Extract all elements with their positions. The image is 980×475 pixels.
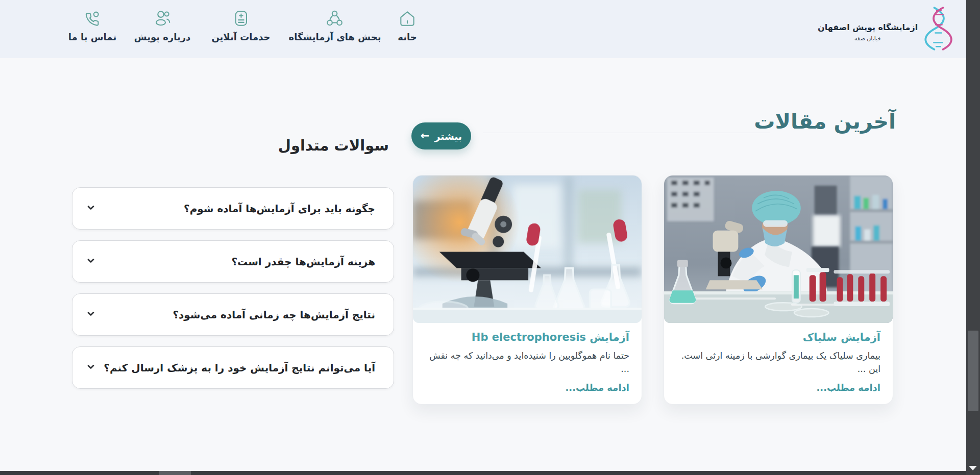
- scroll-down-arrow-icon[interactable]: [969, 466, 977, 470]
- nav-label-about: درباره پویش: [134, 32, 191, 42]
- chevron-down-icon: [86, 362, 96, 374]
- site-logo[interactable]: ازمایشگاه پویش اصفهان خیابان صفه: [818, 5, 958, 53]
- nav-item-home[interactable]: خانه: [398, 9, 417, 42]
- home-icon: [398, 9, 417, 28]
- top-navbar: خانه بخش های آزمایشگاه خدمات آنلاین دربا…: [0, 0, 966, 58]
- nav-label-online-services: خدمات آنلاین: [211, 32, 270, 42]
- article-title[interactable]: آزمایش Hb electrophoresis: [425, 331, 629, 343]
- microscope-flasks-photo[interactable]: [413, 176, 642, 323]
- article-title[interactable]: آزمایش سلیاک: [676, 331, 880, 343]
- arrow-left-icon: ←: [421, 131, 430, 141]
- vertical-scrollbar-thumb[interactable]: [968, 331, 978, 411]
- lab-technician-photo[interactable]: [664, 176, 893, 323]
- faq-item-preparation[interactable]: چگونه باید برای آزمایش‌ها آماده شوم؟: [72, 187, 394, 230]
- section-divider: [483, 133, 770, 133]
- more-articles-button[interactable]: بیشتر ←: [411, 122, 471, 149]
- article-card-celiac: آزمایش سلیاک بیماری سلیاک یک بیماری گوار…: [664, 175, 893, 405]
- faq-question: چگونه باید برای آزمایش‌ها آماده شوم؟: [96, 203, 375, 215]
- nav-item-contact[interactable]: تماس با ما: [68, 9, 116, 42]
- faq-question: هزینه آزمایش‌ها چقدر است؟: [96, 256, 375, 268]
- article-excerpt: حتما نام هموگلوبین را شنیده‌اید و می‌دان…: [425, 349, 629, 376]
- faq-item-cost[interactable]: هزینه آزمایش‌ها چقدر است؟: [72, 240, 394, 283]
- article-card-hb-electrophoresis: آزمایش Hb electrophoresis حتما نام هموگل…: [412, 175, 642, 405]
- chevron-down-icon: [86, 256, 96, 268]
- nav-label-home: خانه: [398, 32, 416, 42]
- phone-icon: [83, 9, 102, 28]
- chevron-down-icon: [86, 309, 96, 321]
- nav-label-lab-departments: بخش های آزمایشگاه: [289, 32, 381, 42]
- faq-item-send-to-doctor[interactable]: آیا می‌توانم نتایج آزمایش خود را به پزشک…: [72, 346, 394, 389]
- read-more-link[interactable]: ادامه مطلب...: [566, 382, 630, 393]
- vertical-scrollbar[interactable]: [966, 0, 980, 475]
- read-more-link[interactable]: ادامه مطلب...: [817, 382, 881, 393]
- articles-section-title: آخرین مقالات: [754, 109, 896, 134]
- logo-title: ازمایشگاه پویش اصفهان: [818, 22, 918, 32]
- horizontal-scrollbar-thumb[interactable]: [159, 471, 191, 475]
- about-people-icon: [153, 9, 172, 28]
- logo-subtitle: خیابان صفه: [818, 35, 918, 42]
- nav-item-online-services[interactable]: خدمات آنلاین: [211, 9, 270, 42]
- faq-question: نتایج آزمایش‌ها چه زمانی آماده می‌شود؟: [96, 309, 375, 321]
- dna-helix-icon: [919, 5, 958, 53]
- article-excerpt: بیماری سلیاک یک بیماری گوارشی با زمینه ا…: [676, 349, 880, 376]
- faq-section-title: سوالات متداول: [278, 137, 389, 154]
- horizontal-scrollbar[interactable]: [0, 471, 966, 475]
- faq-question: آیا می‌توانم نتایج آزمایش خود را به پزشک…: [96, 362, 375, 374]
- nav-item-lab-departments[interactable]: بخش های آزمایشگاه: [289, 9, 381, 42]
- more-button-label: بیشتر: [434, 131, 462, 142]
- nav-label-contact: تماس با ما: [68, 32, 116, 42]
- online-services-icon: [231, 9, 251, 28]
- nav-item-about[interactable]: درباره پویش: [134, 9, 191, 42]
- chevron-down-icon: [86, 203, 96, 215]
- lab-departments-icon: [325, 9, 345, 28]
- faq-item-results-time[interactable]: نتایج آزمایش‌ها چه زمانی آماده می‌شود؟: [72, 293, 394, 336]
